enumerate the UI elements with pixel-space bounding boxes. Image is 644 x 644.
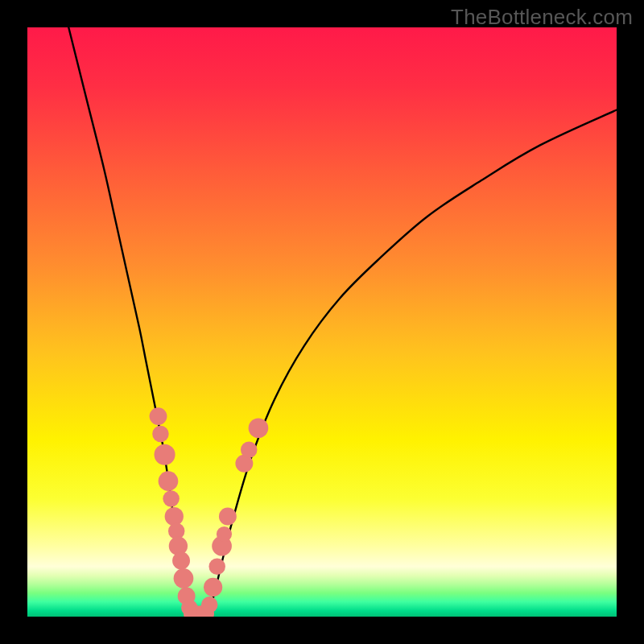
curve-layer (27, 27, 617, 617)
scatter-point (241, 442, 258, 459)
scatter-point (208, 559, 225, 576)
watermark-text: TheBottleneck.com (451, 5, 633, 30)
scatter-point (219, 508, 237, 526)
scatter-point (159, 471, 179, 491)
scatter-point (152, 426, 169, 443)
scatter-point (155, 444, 175, 465)
chart-frame: TheBottleneck.com (0, 0, 644, 644)
scatter-point (165, 507, 184, 526)
scatter-point (172, 552, 190, 570)
scatter-point (204, 578, 222, 597)
scatter-points (150, 407, 269, 617)
scatter-point (217, 526, 232, 542)
scatter-point (201, 597, 218, 613)
scatter-point (249, 418, 269, 438)
plot-area (27, 27, 617, 617)
scatter-point (163, 490, 180, 507)
curve-right-branch (207, 109, 617, 617)
scatter-point (174, 568, 194, 588)
scatter-point (150, 407, 167, 425)
